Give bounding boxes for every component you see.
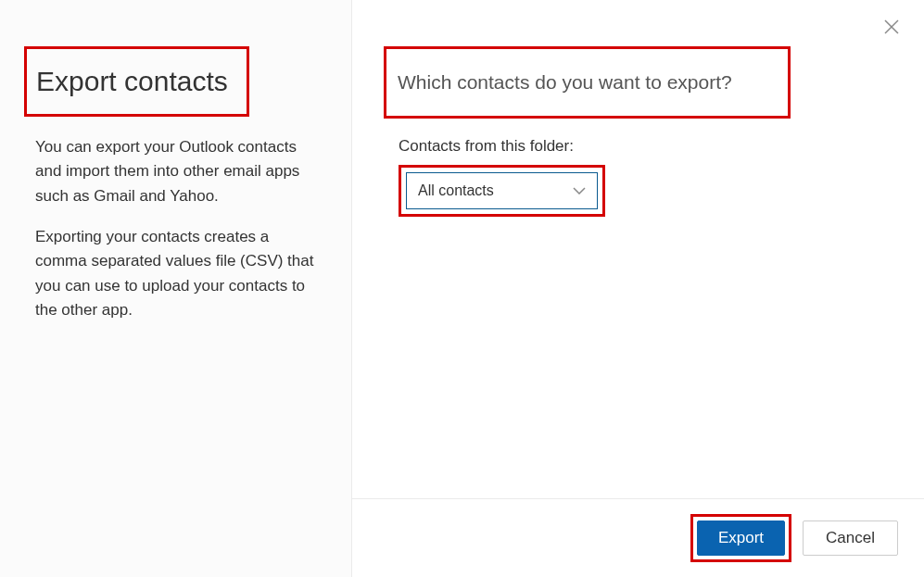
form-panel: Which contacts do you want to export? Co… <box>352 0 924 577</box>
dialog-title: Export contacts <box>36 66 228 97</box>
chevron-down-icon <box>573 184 586 197</box>
export-button[interactable]: Export <box>697 521 785 556</box>
dropdown-highlight-box: All contacts <box>399 165 605 217</box>
folder-field-label: Contacts from this folder: <box>399 137 878 156</box>
question-heading: Which contacts do you want to export? <box>398 71 732 94</box>
close-button[interactable] <box>883 20 900 37</box>
info-panel: Export contacts You can export your Outl… <box>0 0 352 577</box>
close-icon <box>884 19 899 38</box>
description-paragraph-1: You can export your Outlook contacts and… <box>35 135 323 208</box>
title-highlight-box: Export contacts <box>24 46 249 117</box>
description-paragraph-2: Exporting your contacts creates a comma … <box>35 225 323 322</box>
question-highlight-box: Which contacts do you want to export? <box>384 46 791 119</box>
export-contacts-dialog: Export contacts You can export your Outl… <box>0 0 924 577</box>
folder-dropdown[interactable]: All contacts <box>406 172 598 209</box>
dropdown-selected-value: All contacts <box>418 182 494 199</box>
export-highlight-box: Export <box>690 514 791 562</box>
cancel-button[interactable]: Cancel <box>803 521 898 556</box>
dialog-footer: Export Cancel <box>352 498 924 577</box>
